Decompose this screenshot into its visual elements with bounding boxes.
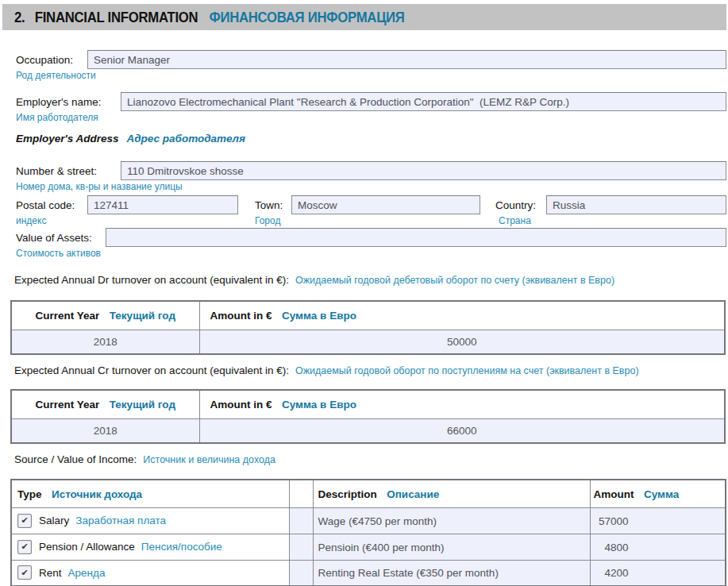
rent-spacer-cell [289, 560, 313, 586]
cr-amount-header-ru: Сумма в Евро [282, 399, 356, 411]
checkbox-checked-icon: ✔ [21, 542, 28, 551]
cr-amount-value[interactable]: 66000 [199, 418, 725, 443]
dr-amount-header-en: Amount in € [210, 310, 272, 322]
cr-amount-header-en: Amount in € [210, 399, 272, 411]
postal-code-label: Postal code: [10, 199, 87, 211]
dr-amount-value[interactable]: 50000 [199, 330, 725, 354]
cr-year-header-en: Current Year [36, 399, 100, 411]
street-input[interactable] [121, 161, 726, 180]
postal-code-input[interactable] [87, 195, 238, 214]
income-desc-header-cell: Description Описание [313, 480, 590, 507]
checkbox-checked-icon: ✔ [21, 569, 28, 577]
dr-amount-header-ru: Сумма в Евро [282, 310, 356, 322]
street-sublabel-row: Номер дома, кв-ры и название улицы [10, 181, 726, 192]
occupation-label: Occupation: [10, 54, 87, 66]
postal-town-country-row: Postal code: Town: Country: [10, 195, 726, 214]
postal-town-country-sublabels: индекс Город Страна [10, 215, 726, 226]
income-row-rent: ✔ Rent Аренда Renting Real Estate (€350 … [11, 560, 726, 586]
salary-amount-cell[interactable]: 57000 [590, 507, 726, 534]
occupation-input[interactable] [87, 50, 726, 69]
rent-type-cell: ✔ Rent Аренда [11, 560, 289, 586]
rent-type-label-ru: Аренда [68, 567, 106, 579]
dr-turnover-data-row: 2018 50000 [11, 330, 725, 354]
occupation-row: Occupation: [10, 50, 726, 69]
employer-address-heading-ru: Адрес работодателя [127, 133, 245, 145]
income-spacer-header-cell [289, 480, 313, 507]
salary-type-label-ru: Заработная плата [75, 515, 166, 526]
cr-turnover-table: Current Year Текущий год Amount in € Сум… [10, 389, 726, 444]
pension-type-label-ru: Пенсия/пособие [141, 541, 222, 553]
income-table: Type Источник дохода Description Описани… [10, 479, 726, 586]
income-row-pension: ✔ Pension / Allowance Пенсия/пособие Pen… [11, 534, 726, 560]
income-type-header-en: Type [17, 488, 42, 500]
country-input[interactable] [546, 195, 726, 214]
pension-checkbox[interactable]: ✔ [17, 540, 32, 554]
assets-label-ru: Стоимость активов [16, 248, 101, 259]
dr-turnover-caption-en: Expected Annual Dr turnover on account (… [14, 274, 289, 286]
cr-amount-header-cell: Amount in € Сумма в Евро [199, 390, 725, 418]
street-row: Number & street: [10, 161, 726, 180]
dr-turnover-caption-ru: Ожидаемый годовой дебетовый оборот по сч… [295, 275, 614, 286]
cr-turnover-data-row: 2018 66000 [11, 418, 725, 443]
salary-type-label-en: Salary [39, 515, 69, 526]
employer-address-heading: Employer's Address Адрес работодателя [10, 133, 726, 145]
street-label: Number & street: [10, 165, 121, 177]
dr-year-value[interactable]: 2018 [11, 330, 199, 354]
country-label: Country: [480, 199, 546, 211]
town-label-ru: Город [255, 215, 280, 226]
assets-sublabel-row: Стоимость активов [10, 248, 726, 259]
income-caption-en: Source / Value of Income: [14, 453, 137, 465]
assets-row: Value of Assets: [10, 228, 726, 247]
rent-checkbox[interactable]: ✔ [17, 565, 32, 580]
salary-checkbox[interactable]: ✔ [17, 514, 32, 528]
rent-amount: 4200 [594, 567, 629, 579]
dr-year-header-cell: Current Year Текущий год [11, 301, 199, 330]
employer-name-row: Employer's name: [10, 92, 726, 111]
checkbox-checked-icon: ✔ [21, 516, 28, 525]
income-amount-header-en: Amount [594, 488, 634, 500]
cr-turnover-header-row: Current Year Текущий год Amount in € Сум… [11, 390, 725, 418]
employer-name-label: Employer's name: [10, 96, 121, 108]
salary-description: Wage (€4750 per month) [318, 515, 437, 527]
assets-label: Value of Assets: [10, 232, 106, 244]
dr-year-header-en: Current Year [36, 310, 100, 322]
assets-input[interactable] [106, 228, 726, 247]
income-row-salary: ✔ Salary Заработная плата Wage (€4750 pe… [11, 507, 726, 534]
section-title-ru: ФИНАНСОВАЯ ИНФОРМАЦИЯ [209, 9, 404, 26]
salary-description-cell[interactable]: Wage (€4750 per month) [313, 507, 590, 534]
cr-year-value[interactable]: 2018 [11, 418, 199, 443]
income-amount-header-cell: Amount Сумма [590, 480, 726, 507]
pension-description: Pensioin (€400 per month) [318, 542, 445, 553]
pension-spacer-cell [289, 534, 313, 560]
income-desc-header-ru: Описание [387, 488, 439, 500]
employer-name-input[interactable] [121, 92, 726, 111]
rent-amount-cell[interactable]: 4200 [590, 560, 726, 586]
salary-amount: 57000 [594, 515, 629, 527]
cr-turnover-caption-ru: Ожидаемый годовой оборот по поступлениям… [295, 365, 639, 376]
rent-description: Renting Real Estate (€350 per month) [318, 567, 499, 579]
income-type-header-ru: Источник дохода [52, 488, 142, 500]
salary-spacer-cell [289, 507, 313, 534]
dr-turnover-caption: Expected Annual Dr turnover on account (… [10, 274, 726, 286]
income-caption: Source / Value of Income: Источник и вел… [10, 453, 726, 465]
income-caption-ru: Источник и величина дохода [143, 454, 275, 465]
employer-name-sublabel-row: Имя работодателя [10, 112, 726, 123]
country-label-ru: Страна [499, 215, 531, 226]
dr-turnover-table: Current Year Текущий год Amount in € Сум… [10, 300, 726, 355]
financial-information-form: Occupation: Род деятельности Employer's … [0, 50, 728, 586]
cr-year-header-cell: Current Year Текущий год [11, 390, 199, 418]
rent-description-cell[interactable]: Renting Real Estate (€350 per month) [313, 560, 590, 586]
employer-name-label-ru: Имя работодателя [16, 112, 98, 123]
dr-turnover-header-row: Current Year Текущий год Amount in € Сум… [11, 301, 725, 330]
pension-amount-cell[interactable]: 4800 [590, 534, 726, 560]
income-desc-header-en: Description [318, 488, 377, 500]
employer-address-heading-en: Employer's Address [16, 133, 119, 145]
section-title-en: FINANCIAL INFORMATION [35, 9, 198, 26]
pension-type-cell: ✔ Pension / Allowance Пенсия/пособие [11, 534, 289, 560]
occupation-sublabel-row: Род деятельности [10, 70, 726, 81]
income-type-header-cell: Type Источник дохода [11, 480, 289, 507]
pension-amount: 4800 [594, 542, 629, 553]
town-input[interactable] [291, 195, 480, 214]
pension-description-cell[interactable]: Pensioin (€400 per month) [313, 534, 590, 560]
postal-code-label-ru: индекс [16, 215, 46, 226]
